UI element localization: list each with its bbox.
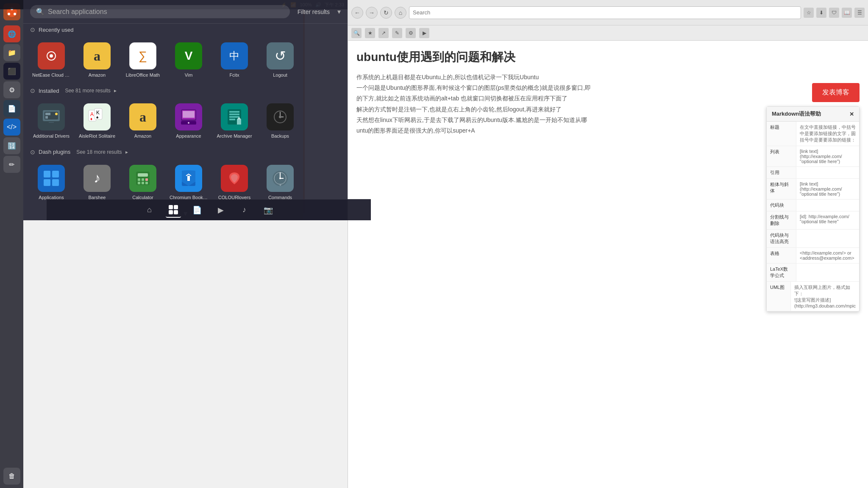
browser-edit-icon[interactable]: ✎ xyxy=(392,28,402,38)
browser-more-icon[interactable]: ▶ xyxy=(419,28,429,38)
browser-devtools-icon[interactable]: ⚙ xyxy=(406,28,416,38)
browser-toolbar: ← → ↻ ⌂ ☆ ⬇ 🛡 📖 ☰ xyxy=(348,0,868,25)
svg-text:✱: ✱ xyxy=(279,184,281,186)
bottom-home-icon[interactable]: ⌂ xyxy=(142,202,157,218)
markdown-row-3: 粗体与斜体 [link text](http://example.com/ "o… xyxy=(767,179,859,200)
dock-settings-icon[interactable]: ⚙ xyxy=(3,81,20,98)
search-input-wrapper[interactable]: 🔍 xyxy=(30,5,290,18)
browser-search-icon[interactable]: 🔍 xyxy=(351,28,362,38)
app-icon-netease xyxy=(38,42,65,69)
dock-files-icon[interactable]: 📁 xyxy=(3,44,20,61)
menu-icon[interactable]: ☰ xyxy=(854,8,865,18)
browser-share-icon[interactable]: ↗ xyxy=(378,28,389,38)
filter-results-button[interactable]: Filter results xyxy=(294,7,333,17)
publish-button[interactable]: 发表博客 xyxy=(812,83,860,102)
app-item-logout[interactable]: ↺ Logout xyxy=(259,39,301,81)
app-label-amazon-installed: Amazon xyxy=(134,133,151,139)
installed-see-more[interactable]: See 81 more results xyxy=(65,88,110,94)
bottom-apps-icon[interactable] xyxy=(166,202,181,218)
dock-browser-icon[interactable]: 🌐 xyxy=(3,25,20,42)
dock-code-icon[interactable]: </> xyxy=(3,119,20,136)
svg-rect-35 xyxy=(44,179,50,186)
app-item-commands[interactable]: ✱ Commands xyxy=(259,161,301,204)
dock-pen-icon[interactable]: ✏ xyxy=(3,156,20,173)
reload-button[interactable]: ↻ xyxy=(380,7,392,19)
app-item-netease[interactable]: NetEase Cloud Music xyxy=(30,39,72,81)
markdown-panel-close[interactable]: ✕ xyxy=(849,111,854,117)
dock-calc-icon[interactable]: 🔢 xyxy=(3,137,20,154)
app-item-appearance[interactable]: Appearance xyxy=(167,100,210,142)
dock-text-icon[interactable]: 📄 xyxy=(3,100,20,117)
markdown-label-0: 标题 xyxy=(767,122,796,146)
reader-icon[interactable]: 📖 xyxy=(842,8,852,18)
app-icon-colourlovers xyxy=(221,165,248,192)
app-item-colourlovers[interactable]: COLOURlovers xyxy=(213,161,256,204)
markdown-label-4: 代码块 xyxy=(767,200,796,211)
app-item-backups[interactable]: Backups xyxy=(259,100,301,142)
app-label-vim: Vim xyxy=(185,72,193,78)
svg-rect-9 xyxy=(45,113,50,115)
dock-trash-icon[interactable]: 🗑 xyxy=(3,468,20,485)
app-label-backups: Backups xyxy=(271,133,289,139)
browser-window: ← → ↻ ⌂ ☆ ⬇ 🛡 📖 ☰ 🔍 ★ ↗ ✎ ⚙ ▶ 发表博客 ubunt… xyxy=(348,0,868,488)
markdown-row-6: 代码块与语法高亮 xyxy=(767,230,859,248)
filter-arrow-icon: ▾ xyxy=(337,8,341,16)
markdown-value-1: [link text](http://example.com/ "optiona… xyxy=(796,146,859,166)
recently-used-check-icon: ⊙ xyxy=(30,26,35,33)
browser-search-input[interactable] xyxy=(409,6,801,19)
app-item-fcitx[interactable]: 中 Fcitx xyxy=(213,39,256,81)
app-item-archive-manager[interactable]: Archive Manager xyxy=(213,100,256,142)
bottom-files-icon[interactable]: 📄 xyxy=(189,202,205,218)
svg-point-24 xyxy=(188,122,189,124)
installed-section-header: ⊙ Installed See 81 more results ▸ xyxy=(23,85,348,97)
svg-point-51 xyxy=(279,177,281,179)
app-item-chromium-bookmarks[interactable]: Chromium Bookmarks xyxy=(167,161,210,204)
svg-rect-43 xyxy=(142,182,144,184)
app-item-aisleriot[interactable]: A ♦ K ♠ AisleRiot Solitaire xyxy=(76,100,118,142)
app-icon-libreoffice-math: ∑ xyxy=(129,42,156,69)
markdown-label-6: 代码块与语法高亮 xyxy=(767,230,796,247)
browser-toolbar2: 🔍 ★ ↗ ✎ ⚙ ▶ xyxy=(348,25,868,41)
app-item-amazon[interactable]: a Amazon xyxy=(76,39,118,81)
bottom-music-icon[interactable]: ♪ xyxy=(237,202,252,218)
svg-point-6 xyxy=(50,54,53,58)
download-icon[interactable]: ⬇ xyxy=(816,8,826,18)
app-item-applications[interactable]: Applications xyxy=(30,161,72,204)
back-button[interactable]: ← xyxy=(351,7,363,19)
svg-rect-10 xyxy=(45,116,48,119)
app-item-libreoffice-math[interactable]: ∑ LibreOffice Math xyxy=(122,39,164,81)
app-icon-amazon: a xyxy=(83,42,111,69)
markdown-label-5: 分割线与删除 xyxy=(767,211,796,229)
search-input[interactable] xyxy=(48,8,284,16)
app-item-amazon-installed[interactable]: a Amazon xyxy=(122,100,164,142)
app-icon-vim: V xyxy=(175,42,202,69)
svg-rect-33 xyxy=(44,171,50,177)
markdown-row-0: 标题 在文中直接加链接，中括号中是要添加链接的文字，圆括号中是要要添加的链接： xyxy=(767,122,859,146)
app-item-barshee[interactable]: ♪ Barshee xyxy=(76,161,118,204)
bottom-camera-icon[interactable]: 📷 xyxy=(261,202,276,218)
forward-button[interactable]: → xyxy=(366,7,378,19)
app-item-additional-drivers[interactable]: Additional Drivers xyxy=(30,100,72,142)
dash-plugins-check-icon: ⊙ xyxy=(30,149,35,155)
dock-terminal-icon[interactable]: ⬛ xyxy=(3,63,20,80)
svg-rect-44 xyxy=(145,182,148,184)
svg-rect-54 xyxy=(174,205,178,209)
app-icon-logout: ↺ xyxy=(267,42,294,69)
app-label-additional-drivers: Additional Drivers xyxy=(33,133,70,139)
app-label-aisleriot: AisleRiot Solitaire xyxy=(79,133,115,139)
dash-plugins-see-more[interactable]: See 18 more results xyxy=(76,149,122,155)
svg-rect-42 xyxy=(138,182,140,184)
home-button[interactable]: ⌂ xyxy=(395,7,406,19)
svg-point-32 xyxy=(279,116,281,118)
app-launcher: 🔍 Filter results ▾ ⊙ Recently used NetEa… xyxy=(23,0,348,220)
markdown-panel: Markdown语法帮助 ✕ 标题 在文中直接加链接，中括号中是要添加链接的文字… xyxy=(766,106,860,312)
app-label-libreoffice-math: LibreOffice Math xyxy=(126,72,160,78)
bottom-video-icon[interactable]: ▶ xyxy=(213,202,228,218)
app-item-calculator[interactable]: Calculator xyxy=(122,161,164,204)
app-label-fcitx: Fcitx xyxy=(229,72,239,78)
app-item-vim[interactable]: V Vim xyxy=(167,39,210,81)
bookmark-icon[interactable]: ☆ xyxy=(804,8,814,18)
browser-bookmark-icon[interactable]: ★ xyxy=(365,28,375,38)
shield-icon[interactable]: 🛡 xyxy=(829,8,839,18)
markdown-row-7: 表格 <http://example.com/> or <address@exa… xyxy=(767,248,859,263)
